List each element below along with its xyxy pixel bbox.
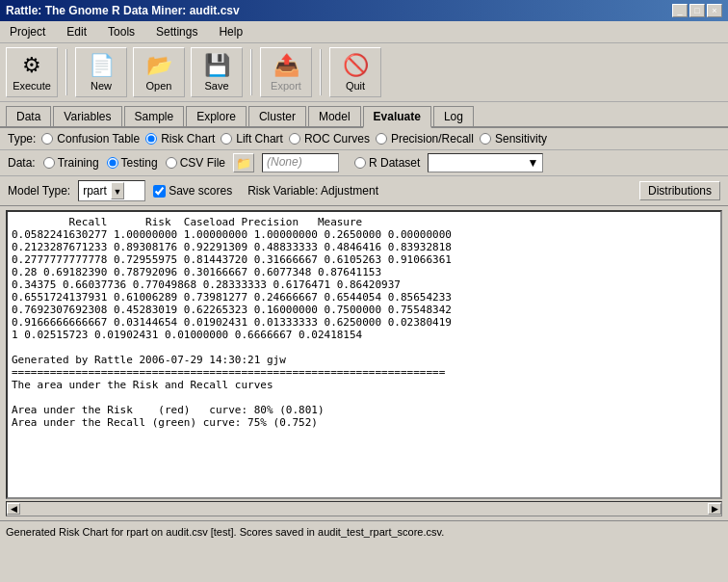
scroll-left-button[interactable]: ◀ (7, 503, 20, 515)
data-r-dataset[interactable]: R Dataset (354, 156, 420, 170)
type-confusion-table[interactable]: Confusion Table (41, 132, 140, 146)
export-icon: 📤 (273, 53, 299, 78)
data-label: Data: (8, 156, 36, 170)
execute-label: Execute (13, 80, 51, 92)
tab-evaluate[interactable]: Evaluate (363, 106, 431, 128)
sensitivity-radio[interactable] (480, 133, 491, 145)
export-label: Export (271, 80, 301, 92)
tab-explore[interactable]: Explore (186, 106, 247, 126)
menu-project[interactable]: Project (4, 23, 51, 40)
open-button[interactable]: 📂 Open (133, 47, 185, 97)
lift-chart-label: Lift Chart (236, 132, 283, 146)
maximize-button[interactable]: □ (689, 4, 705, 17)
quit-button[interactable]: 🚫 Quit (329, 47, 381, 97)
window-title: Rattle: The Gnome R Data Miner: audit.cs… (6, 4, 240, 17)
lift-chart-radio[interactable] (221, 133, 232, 145)
toolbar-sep-3 (320, 49, 322, 95)
minimize-button[interactable]: _ (672, 4, 688, 17)
menu-tools[interactable]: Tools (102, 23, 141, 40)
training-radio[interactable] (43, 157, 55, 169)
export-button[interactable]: 📤 Export (260, 47, 312, 97)
training-label: Training (58, 156, 99, 170)
folder-button[interactable]: 📁 (233, 153, 254, 172)
save-button[interactable]: 💾 Save (191, 47, 243, 97)
model-type-arrow[interactable]: ▼ (111, 182, 124, 199)
data-csv-file[interactable]: CSV File (166, 156, 225, 170)
testing-label: Testing (121, 156, 158, 170)
r-dataset-dropdown-arrow[interactable]: ▼ (527, 156, 538, 170)
csv-file-label: CSV File (180, 156, 225, 170)
scroll-right-button[interactable]: ▶ (708, 503, 721, 515)
open-label: Open (146, 80, 172, 92)
status-text: Generated Risk Chart for rpart on audit.… (6, 526, 444, 538)
save-scores-label: Save scores (169, 184, 232, 198)
tab-variables[interactable]: Variables (53, 106, 121, 126)
sensitivity-label: Sensitivity (495, 132, 547, 146)
data-options-row: Data: Training Testing CSV File 📁 (None)… (0, 150, 728, 176)
precision-recall-label: Precision/Recall (391, 132, 474, 146)
risk-chart-label: Risk Chart (161, 132, 215, 146)
results-text: Recall Risk Caseload Precision Measure 0… (12, 216, 716, 429)
save-icon: 💾 (204, 53, 230, 78)
type-sensitivity[interactable]: Sensitivity (480, 132, 547, 146)
confusion-table-radio[interactable] (41, 133, 53, 145)
roc-curves-label: ROC Curves (304, 132, 370, 146)
new-button[interactable]: 📄 New (75, 47, 127, 97)
type-options-row: Type: Confusion Table Risk Chart Lift Ch… (0, 128, 728, 150)
data-testing[interactable]: Testing (107, 156, 158, 170)
content-area: Recall Risk Caseload Precision Measure 0… (6, 210, 722, 499)
tab-sample[interactable]: Sample (124, 106, 185, 126)
type-label: Type: (8, 132, 36, 146)
none-value-display: (None) (262, 153, 339, 172)
model-type-label: Model Type: (8, 184, 70, 198)
data-training[interactable]: Training (43, 156, 99, 170)
execute-icon: ⚙ (22, 53, 41, 78)
save-scores-checkbox[interactable] (153, 185, 166, 198)
type-precision-recall[interactable]: Precision/Recall (376, 132, 474, 146)
close-button[interactable]: × (707, 4, 722, 17)
main-text-area: Recall Risk Caseload Precision Measure 0… (6, 210, 722, 499)
menu-edit[interactable]: Edit (61, 23, 92, 40)
menu-help[interactable]: Help (213, 23, 248, 40)
quit-label: Quit (346, 80, 365, 92)
tab-model[interactable]: Model (308, 106, 361, 126)
execute-button[interactable]: ⚙ Execute (6, 47, 58, 97)
open-icon: 📂 (146, 53, 172, 78)
toolbar: ⚙ Execute 📄 New 📂 Open 💾 Save 📤 Export 🚫… (0, 43, 728, 102)
toolbar-sep-2 (250, 49, 252, 95)
r-dataset-radio[interactable] (354, 157, 366, 169)
menu-settings[interactable]: Settings (150, 23, 203, 40)
horizontal-scrollbar[interactable]: ◀ ▶ (6, 501, 722, 516)
distributions-button[interactable]: Distributions (639, 181, 720, 200)
new-label: New (91, 80, 112, 92)
type-roc-curves[interactable]: ROC Curves (289, 132, 370, 146)
title-bar: Rattle: The Gnome R Data Miner: audit.cs… (0, 0, 728, 21)
r-dataset-input[interactable]: ▼ (428, 153, 543, 172)
confusion-table-label: Confusion Table (57, 132, 140, 146)
save-label: Save (204, 80, 228, 92)
tab-data[interactable]: Data (6, 106, 51, 126)
risk-chart-radio[interactable] (145, 133, 157, 145)
type-lift-chart[interactable]: Lift Chart (221, 132, 283, 146)
menu-bar: Project Edit Tools Settings Help (0, 21, 728, 43)
roc-curves-radio[interactable] (289, 133, 300, 145)
model-type-value: rpart (83, 184, 107, 198)
window-controls: _ □ × (672, 4, 722, 17)
status-bar: Generated Risk Chart for rpart on audit.… (0, 520, 728, 542)
risk-variable-label: Risk Variable: Adjustment (247, 184, 378, 198)
precision-recall-radio[interactable] (376, 133, 387, 145)
r-dataset-label: R Dataset (369, 156, 420, 170)
new-icon: 📄 (89, 53, 115, 78)
toolbar-sep-1 (65, 49, 67, 95)
tab-log[interactable]: Log (433, 106, 474, 126)
testing-radio[interactable] (107, 157, 118, 169)
tabs-row: Data Variables Sample Explore Cluster Mo… (0, 102, 728, 128)
type-risk-chart[interactable]: Risk Chart (145, 132, 215, 146)
csv-file-radio[interactable] (166, 157, 177, 169)
quit-icon: 🚫 (343, 53, 369, 78)
model-type-select[interactable]: rpart ▼ (78, 180, 145, 201)
tab-cluster[interactable]: Cluster (248, 106, 306, 126)
model-options-row: Model Type: rpart ▼ Save scores Risk Var… (0, 176, 728, 206)
save-scores-option[interactable]: Save scores (153, 184, 232, 198)
